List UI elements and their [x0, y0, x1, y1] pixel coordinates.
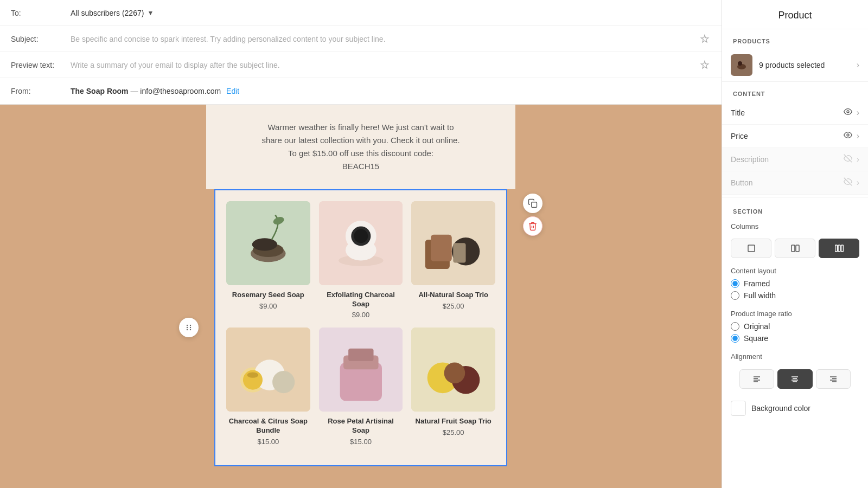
product-image-5 [319, 328, 403, 412]
subject-row: Subject: Be specific and concise to spar… [0, 26, 722, 52]
svg-rect-17 [411, 201, 495, 285]
product-name-4: Charcoal & Citrus Soap Bundle [226, 417, 310, 435]
edit-from-link[interactable]: Edit [226, 87, 239, 95]
product-card-2: Exfoliating Charcoal Soap $9.00 [319, 201, 403, 319]
canvas-wrapper: Warmer weather is finally here! We just … [0, 105, 722, 488]
products-chevron-icon: › [857, 60, 859, 70]
canvas-area: Warmer weather is finally here! We just … [0, 105, 722, 488]
email-container: Warmer weather is finally here! We just … [206, 105, 515, 466]
from-row: From: The Soap Room — info@thesoaproom.c… [0, 78, 722, 104]
svg-point-2 [187, 327, 188, 328]
alignment-selector [731, 365, 859, 393]
subscribers-value: All subscribers (2267) [71, 9, 144, 17]
button-eye-slash-icon[interactable] [844, 177, 852, 188]
block-actions [523, 194, 542, 236]
svg-point-27 [247, 373, 259, 378]
title-chevron-icon: › [857, 108, 859, 118]
ratio-original-label: Original [744, 322, 770, 331]
layout-framed-radio[interactable] [731, 279, 739, 288]
panel-divider-1 [722, 197, 868, 197]
layout-fullwidth-option[interactable]: Full width [731, 291, 859, 300]
duplicate-button[interactable] [523, 194, 542, 213]
layout-fullwidth-label: Full width [744, 291, 776, 300]
subject-input[interactable]: Be specific and concise to spark interes… [71, 35, 699, 43]
svg-rect-49 [841, 245, 843, 252]
ai-magic-icon[interactable] [699, 33, 711, 45]
products-row[interactable]: 9 products selected › [722, 49, 868, 82]
product-block-container: Rosemary Seed Soap $9.00 [206, 189, 515, 466]
content-title-row[interactable]: Title › [722, 101, 868, 125]
svg-rect-46 [796, 245, 799, 252]
ratio-square-radio[interactable] [731, 334, 739, 343]
product-image-3 [411, 201, 495, 285]
from-dash: — [130, 87, 140, 95]
bg-color-swatch[interactable] [731, 401, 746, 416]
preview-input[interactable]: Write a summary of your email to display… [71, 61, 699, 69]
layout-fullwidth-radio[interactable] [731, 291, 739, 300]
product-name-5: Rose Petal Artisinal Soap [319, 417, 403, 435]
align-center-button[interactable] [777, 369, 812, 389]
ai-magic-icon-2[interactable] [699, 59, 711, 71]
from-value: The Soap Room — info@thesoaproom.com Edi… [71, 87, 711, 95]
content-title-label: Title [731, 108, 844, 117]
content-btn-icons: › [844, 177, 859, 188]
svg-point-0 [187, 325, 188, 326]
align-left-button[interactable] [739, 369, 774, 389]
delete-button[interactable] [523, 216, 542, 236]
svg-rect-21 [454, 243, 466, 262]
email-text-line4: BEACH15 [228, 160, 494, 173]
content-price-row[interactable]: Price › [722, 125, 868, 148]
columns-label: Columns [731, 222, 758, 230]
brand-name: The Soap Room [71, 87, 129, 95]
ratio-original-option[interactable]: Original [731, 322, 859, 331]
svg-point-40 [847, 111, 849, 113]
svg-point-9 [252, 238, 277, 251]
layout-framed-option[interactable]: Framed [731, 279, 859, 288]
columns-1-button[interactable] [731, 239, 771, 258]
product-image-2 [319, 201, 403, 285]
subject-label: Subject: [11, 35, 71, 43]
svg-point-39 [738, 61, 742, 66]
email-text-block: Warmer weather is finally here! We just … [206, 105, 515, 189]
subscribers-dropdown[interactable]: All subscribers (2267) ▼ [71, 9, 154, 17]
product-price-5: $15.00 [350, 438, 372, 446]
product-image-4 [226, 328, 310, 412]
alignment-label: Alignment [731, 352, 859, 361]
svg-rect-45 [792, 245, 795, 252]
right-panel: Product PRODUCTS 9 products selected › C… [722, 0, 868, 488]
columns-2-button[interactable] [775, 239, 815, 258]
product-card-6: Natural Fruit Soap Trio $25.00 [411, 328, 495, 445]
ratio-original-radio[interactable] [731, 322, 739, 331]
preview-row: Preview text: Write a summary of your em… [0, 52, 722, 78]
columns-selector [722, 234, 868, 262]
content-description-row[interactable]: Description › [722, 148, 868, 171]
product-card-1: Rosemary Seed Soap $9.00 [226, 201, 310, 319]
content-button-row[interactable]: Button › [722, 171, 868, 195]
title-eye-icon[interactable] [844, 107, 852, 118]
product-row-1: Rosemary Seed Soap $9.00 [226, 201, 495, 319]
columns-3-button[interactable] [819, 239, 859, 258]
description-chevron-icon: › [857, 155, 859, 164]
to-row: To: All subscribers (2267) ▼ [0, 0, 722, 26]
ratio-square-option[interactable]: Square [731, 334, 859, 343]
button-chevron-icon: › [857, 178, 859, 188]
description-eye-slash-icon[interactable] [844, 154, 852, 165]
align-right-button[interactable] [816, 369, 851, 389]
drag-handle[interactable] [179, 318, 199, 337]
content-description-label: Description [731, 155, 844, 164]
svg-point-1 [190, 325, 191, 326]
email-text-line3: To get $15.00 off use this discount code… [228, 147, 494, 160]
dropdown-arrow-icon: ▼ [147, 9, 154, 17]
content-desc-icons: › [844, 154, 859, 165]
from-email: info@thesoaproom.com [140, 87, 221, 95]
email-text-line2: share our latest collection with you. Ch… [228, 134, 494, 147]
price-eye-icon[interactable] [844, 131, 852, 142]
email-header: To: All subscribers (2267) ▼ Subject: Be… [0, 0, 722, 105]
product-price-4: $15.00 [257, 438, 279, 446]
product-card-5: Rose Petal Artisinal Soap $15.00 [319, 328, 403, 445]
product-row-2: Charcoal & Citrus Soap Bundle $15.00 [226, 328, 495, 445]
svg-rect-48 [838, 245, 840, 252]
svg-rect-47 [835, 245, 837, 252]
product-image-1 [226, 201, 310, 285]
content-price-label: Price [731, 132, 844, 140]
